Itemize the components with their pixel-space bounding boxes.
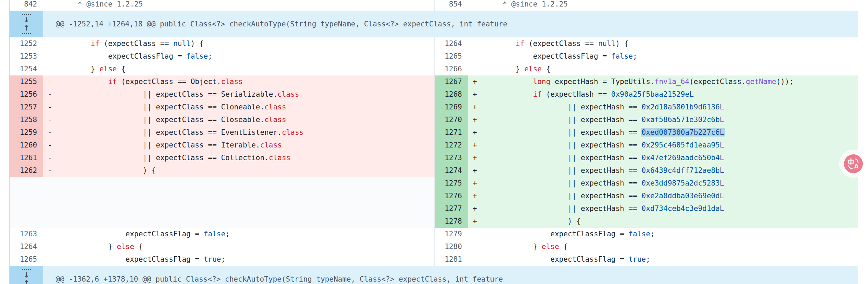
expand-up-icon[interactable]: ↑ bbox=[23, 24, 30, 32]
line-number-cell[interactable]: 1280 bbox=[435, 240, 468, 253]
expand-down-icon[interactable]: ↓ bbox=[23, 271, 30, 279]
line-number-cell[interactable]: 1270 bbox=[435, 114, 468, 126]
line-number-cell[interactable]: 1267 bbox=[435, 75, 468, 88]
line-number-cell[interactable]: 1279 bbox=[435, 228, 468, 240]
line-number-cell[interactable]: 1264 bbox=[435, 37, 468, 50]
line-number-cell[interactable]: 1272 bbox=[435, 139, 468, 152]
expand-down-icon[interactable]: ↓ bbox=[23, 16, 30, 24]
code-token: { bbox=[559, 242, 568, 251]
code-line: * @since 1.2.25 bbox=[43, 0, 435, 11]
line-number-cell[interactable]: 1278 bbox=[435, 215, 468, 228]
line-number-cell[interactable]: 1255 bbox=[10, 75, 43, 88]
code-cell-left: - || expectClass == Serializable.class bbox=[43, 88, 435, 101]
code-token: class bbox=[278, 90, 299, 98]
diff-row: 1253 expectClassFlag = false;1265 expect… bbox=[10, 50, 858, 63]
code-cell-left: } else { bbox=[43, 240, 435, 253]
code-cell-right: + || expectHash == 0xe2a8ddba03e69e0dL bbox=[468, 190, 858, 202]
line-number-cell[interactable]: 1254 bbox=[10, 63, 43, 75]
code-token: true bbox=[204, 255, 221, 263]
line-number-cell[interactable]: 1259 bbox=[10, 126, 43, 139]
line-number-cell[interactable]: 854 bbox=[435, 0, 468, 11]
line-number-cell[interactable]: 1276 bbox=[435, 190, 468, 202]
code-token: || expectClass == Serializable. bbox=[56, 90, 278, 98]
diff-marker: - bbox=[48, 101, 52, 114]
code-token: else bbox=[524, 65, 542, 73]
line-number-cell[interactable]: 1268 bbox=[435, 88, 468, 101]
line-number-cell[interactable]: 1252 bbox=[10, 37, 43, 50]
code-cell-right: expectClassFlag = true; bbox=[468, 253, 858, 266]
code-cell-right: + long expectHash = TypeUtils.fnv1a_64(e… bbox=[468, 75, 858, 88]
line-number-cell[interactable]: 1271 bbox=[435, 126, 468, 139]
line-number-cell[interactable]: 1274 bbox=[435, 164, 468, 177]
line-number-cell[interactable]: 1253 bbox=[10, 50, 43, 63]
code-token: || expectHash == bbox=[481, 204, 642, 213]
code-token: else bbox=[99, 65, 117, 73]
line-number-cell[interactable]: 1281 bbox=[435, 253, 468, 266]
code-line: ) { bbox=[468, 215, 858, 228]
diff-marker: + bbox=[473, 164, 477, 177]
expand-up-icon[interactable]: ↑ bbox=[23, 279, 30, 284]
line-number-cell[interactable]: 1263 bbox=[10, 228, 43, 240]
code-cell-right: + || expectHash == 0xe3dd9875a2dc5283L bbox=[468, 177, 858, 190]
line-number-cell bbox=[10, 202, 43, 215]
code-token: class bbox=[264, 116, 286, 124]
code-token: expectClassFlag = bbox=[56, 230, 204, 238]
code-line: || expectClass == Closeable.class bbox=[43, 114, 435, 126]
code-token: || expectHash == bbox=[481, 128, 642, 137]
line-number-cell[interactable]: 1275 bbox=[435, 177, 468, 190]
expand-hunk-button[interactable]: ↓↑ bbox=[10, 11, 43, 37]
diff-row: 842 * @since 1.2.25854 * @since 1.2.25 bbox=[10, 0, 858, 11]
line-number-cell[interactable]: 1266 bbox=[435, 63, 468, 75]
code-line: expectClassFlag = false; bbox=[468, 228, 858, 240]
line-number-cell[interactable]: 1261 bbox=[10, 152, 43, 164]
line-number-cell[interactable]: 1265 bbox=[435, 50, 468, 63]
code-cell-right: + || expectHash == 0x295c4605fd1eaa95L bbox=[468, 139, 858, 152]
line-number-cell[interactable]: 1260 bbox=[10, 139, 43, 152]
code-token: * @since 1.2.25 bbox=[56, 0, 143, 8]
code-line: || expectHash == 0x6439c4dff712ae8bL bbox=[468, 164, 858, 177]
code-token: * @since 1.2.25 bbox=[481, 0, 568, 8]
line-number-cell[interactable]: 842 bbox=[10, 0, 43, 11]
diff-marker: - bbox=[48, 75, 52, 88]
line-number-cell[interactable]: 1262 bbox=[10, 164, 43, 177]
diff-row: 1254 } else {1266 } else { bbox=[10, 63, 858, 75]
code-token: class bbox=[221, 78, 243, 86]
line-number-cell[interactable]: 1273 bbox=[435, 152, 468, 164]
code-token: 0xe2a8ddba03e69e0dL bbox=[642, 192, 724, 200]
dotted-divider bbox=[22, 33, 31, 34]
line-number-cell[interactable]: 1264 bbox=[10, 240, 43, 253]
code-token: (expectClass == bbox=[524, 39, 598, 48]
line-number-cell[interactable]: 1258 bbox=[10, 114, 43, 126]
line-number-cell[interactable]: 1269 bbox=[435, 101, 468, 114]
expand-hunk-button[interactable]: ↓↑ bbox=[10, 266, 43, 284]
code-token: ; bbox=[633, 52, 638, 60]
code-token: expectHash = TypeUtils. bbox=[550, 78, 654, 86]
code-line: ) { bbox=[43, 164, 435, 177]
line-number-cell[interactable]: 1257 bbox=[10, 101, 43, 114]
line-number-cell[interactable]: 1265 bbox=[10, 253, 43, 266]
code-token: 0xd734ceb4c3e9d1daL bbox=[642, 204, 724, 213]
code-token: { bbox=[542, 65, 550, 73]
diff-marker: - bbox=[48, 164, 52, 177]
code-token: false bbox=[204, 230, 225, 238]
diff-row: 1278+ ) { bbox=[10, 215, 858, 228]
selected-text: 0xed007300a7b227c6L bbox=[642, 128, 724, 137]
code-line: if (expectClass == null) { bbox=[43, 37, 435, 50]
diff-marker: + bbox=[473, 126, 477, 139]
line-number-cell[interactable]: 1277 bbox=[435, 202, 468, 215]
code-line: if (expectClass == Object.class bbox=[43, 75, 435, 88]
code-token: expectClassFlag = bbox=[481, 52, 611, 60]
code-token bbox=[56, 39, 91, 48]
diff-row: 1275+ || expectHash == 0xe3dd9875a2dc528… bbox=[10, 177, 858, 190]
code-cell-right: + || expectHash == 0xd734ceb4c3e9d1daL bbox=[468, 202, 858, 215]
code-token: ; bbox=[650, 230, 655, 238]
translate-button[interactable]: A bbox=[839, 150, 867, 178]
translate-icon: A bbox=[844, 154, 863, 173]
code-line: if (expectHash == 0x90a25f5baa21529eL bbox=[468, 88, 858, 101]
line-number-cell[interactable]: 1256 bbox=[10, 88, 43, 101]
diff-row: 1261- || expectClass == Collection.class… bbox=[10, 152, 858, 164]
code-token: 0x90a25f5baa21529eL bbox=[611, 90, 694, 98]
code-token: else bbox=[117, 242, 134, 251]
code-token: ) { bbox=[616, 39, 629, 48]
code-line: || expectClass == Cloneable.class bbox=[43, 101, 435, 114]
